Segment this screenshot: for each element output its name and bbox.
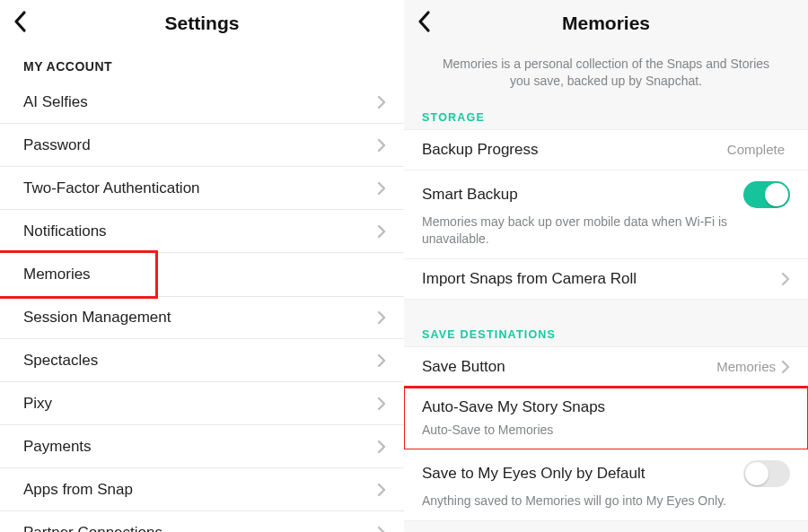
back-icon[interactable] (417, 10, 433, 37)
chevron-right-icon (377, 353, 386, 368)
row-label: Payments (23, 438, 377, 456)
chevron-right-icon (377, 95, 386, 109)
row-label: Import Snaps from Camera Roll (422, 270, 781, 288)
row-sublabel: Auto-Save to Memories (422, 422, 790, 439)
memories-description: Memories is a personal collection of the… (404, 47, 808, 106)
row-label: Two-Factor Authentication (23, 179, 377, 197)
chevron-right-icon (781, 360, 790, 374)
row-two-factor[interactable]: Two-Factor Authentication (0, 167, 404, 210)
row-save-button[interactable]: Save Button Memories (404, 346, 808, 388)
row-label: Save Button (422, 358, 716, 376)
chevron-right-icon (781, 272, 790, 286)
row-backup-progress[interactable]: Backup Progress Complete (404, 129, 808, 170)
row-sublabel: Memories may back up over mobile data wh… (422, 214, 790, 248)
row-label: Apps from Snap (23, 481, 377, 499)
smart-backup-toggle[interactable] (743, 181, 790, 208)
row-smart-backup[interactable]: Smart Backup Memories may back up over m… (404, 170, 808, 259)
row-label: Notifications (23, 222, 377, 240)
chevron-right-icon (377, 224, 386, 239)
row-label: Backup Progress (422, 141, 727, 159)
row-eyes-only-default[interactable]: Save to My Eyes Only by Default Anything… (404, 449, 808, 521)
memories-pane: Memories Memories is a personal collecti… (404, 0, 808, 532)
row-label: Session Management (23, 309, 377, 327)
row-label: Password (23, 136, 377, 154)
row-notifications[interactable]: Notifications (0, 210, 404, 253)
row-label: Smart Backup (422, 186, 743, 204)
chevron-right-icon (377, 397, 386, 411)
row-value: Complete (727, 142, 785, 157)
row-label: Auto-Save My Story Snaps (422, 398, 790, 416)
settings-header: Settings (0, 0, 404, 47)
row-label: Save to My Eyes Only by Default (422, 465, 743, 483)
row-ai-selfies[interactable]: AI Selfies (0, 81, 404, 124)
back-icon[interactable] (13, 10, 29, 37)
row-memories[interactable]: Memories (0, 253, 155, 296)
chevron-right-icon (377, 310, 386, 325)
row-auto-save-story[interactable]: Auto-Save My Story Snaps Auto-Save to Me… (404, 388, 808, 450)
memories-header: Memories (404, 0, 808, 47)
chevron-right-icon (377, 440, 386, 454)
row-payments[interactable]: Payments (0, 425, 404, 468)
row-session-management[interactable]: Session Management (0, 296, 404, 339)
row-label: Memories (23, 266, 137, 283)
row-pixy[interactable]: Pixy (0, 382, 404, 425)
group-storage: STORAGE (404, 106, 808, 129)
row-password[interactable]: Password (0, 124, 404, 167)
row-value: Memories (716, 359, 776, 374)
row-label: Spectacles (23, 352, 377, 370)
chevron-right-icon (377, 181, 386, 196)
row-apps-from-snap[interactable]: Apps from Snap (0, 468, 404, 511)
row-sublabel: Anything saved to Memories will go into … (422, 493, 790, 510)
group-save-destinations: SAVE DESTINATIONS (404, 323, 808, 346)
section-my-account: MY ACCOUNT (0, 47, 404, 81)
eyes-only-toggle[interactable] (743, 460, 790, 487)
row-label: AI Selfies (23, 93, 377, 111)
memories-title: Memories (562, 13, 650, 34)
settings-title: Settings (165, 13, 240, 34)
row-partner-connections[interactable]: Partner Connections (0, 511, 404, 532)
chevron-right-icon (377, 138, 386, 153)
row-label: Partner Connections (23, 524, 377, 533)
chevron-right-icon (377, 483, 386, 497)
row-import-snaps[interactable]: Import Snaps from Camera Roll (404, 259, 808, 300)
settings-pane: Settings MY ACCOUNT AI Selfies Password … (0, 0, 404, 532)
row-label: Pixy (23, 395, 377, 413)
chevron-right-icon (377, 526, 386, 533)
row-spectacles[interactable]: Spectacles (0, 339, 404, 382)
